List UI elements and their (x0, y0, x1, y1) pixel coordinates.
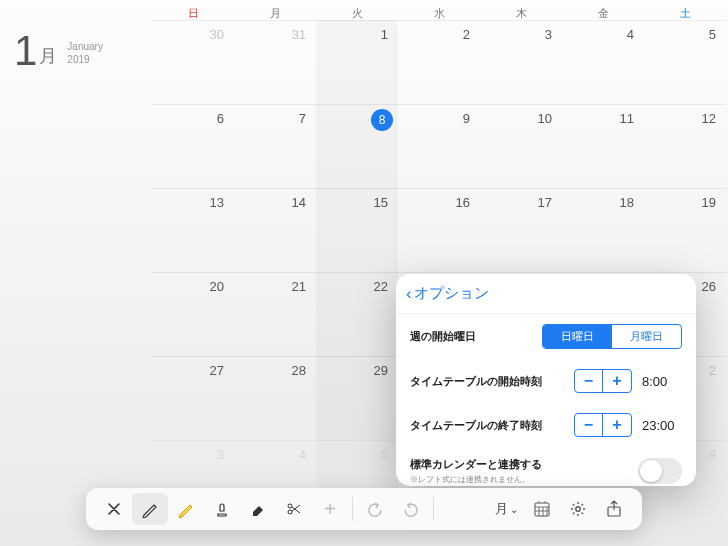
week-start-sunday[interactable]: 日曜日 (543, 325, 612, 348)
calendar-cell[interactable]: 28 (234, 356, 316, 440)
date-number: 9 (709, 447, 716, 462)
calendar-cell[interactable]: 11 (562, 104, 644, 188)
date-number: 26 (702, 279, 716, 294)
weekday-tue: 火 (316, 6, 398, 21)
settings-button[interactable] (560, 493, 596, 525)
calendar-cell[interactable]: 13 (152, 188, 234, 272)
view-mode-button[interactable]: 月 ⌄ (488, 493, 524, 525)
calendar-cell[interactable]: 3 (480, 20, 562, 104)
date-number: 27 (210, 363, 224, 378)
date-number: 10 (538, 111, 552, 126)
share-button[interactable] (596, 493, 632, 525)
month-year: 2019 (67, 53, 103, 66)
calendar-cell[interactable]: 16 (398, 188, 480, 272)
date-number: 4 (627, 27, 634, 42)
minus-icon[interactable]: − (575, 370, 603, 392)
back-chevron-icon[interactable]: ‹ (406, 284, 412, 304)
calendar-cell[interactable]: 4 (562, 20, 644, 104)
eraser-tool-button[interactable] (240, 493, 276, 525)
scissors-tool-button[interactable] (276, 493, 312, 525)
date-number: 19 (702, 195, 716, 210)
stamp-tool-button[interactable] (204, 493, 240, 525)
close-button[interactable] (96, 493, 132, 525)
chevron-down-icon: ⌄ (510, 504, 518, 515)
timetable-start-stepper[interactable]: − + (574, 369, 632, 393)
date-number: 18 (620, 195, 634, 210)
link-calendar-toggle[interactable] (638, 458, 682, 484)
weekday-sun: 日 (152, 6, 234, 21)
calendar-cell[interactable]: 27 (152, 356, 234, 440)
calendar-cell[interactable]: 31 (234, 20, 316, 104)
date-number: 1 (381, 27, 388, 42)
calendar-cell[interactable]: 30 (152, 20, 234, 104)
options-popover: ‹ オプション 週の開始曜日 日曜日 月曜日 タイムテーブルの開始時刻 − + … (396, 274, 696, 486)
calendar-cell[interactable]: 5 (644, 20, 726, 104)
svg-point-0 (288, 504, 292, 508)
calendar-cell[interactable]: 7 (234, 104, 316, 188)
calendar-cell[interactable]: 17 (480, 188, 562, 272)
calendar-cell[interactable]: 14 (234, 188, 316, 272)
calendar-cell[interactable]: 22 (316, 272, 398, 356)
date-number: 16 (456, 195, 470, 210)
plus-icon[interactable]: + (603, 414, 631, 436)
calendar-cell[interactable]: 2 (398, 20, 480, 104)
weekday-row: 日 月 火 水 木 金 土 (152, 6, 726, 21)
month-number: 1 (14, 30, 37, 72)
date-number: 6 (217, 111, 224, 126)
week-start-segment[interactable]: 日曜日 月曜日 (542, 324, 682, 349)
month-header: 1 月 January 2019 (14, 30, 103, 72)
undo-button[interactable] (357, 493, 393, 525)
calendar-cell[interactable]: 12 (644, 104, 726, 188)
date-number: 2 (709, 363, 716, 378)
pen-tool-button[interactable] (132, 493, 168, 525)
date-number: 2 (463, 27, 470, 42)
highlighter-tool-button[interactable] (168, 493, 204, 525)
minus-icon[interactable]: − (575, 414, 603, 436)
calendar-cell[interactable]: 10 (480, 104, 562, 188)
date-number: 20 (210, 279, 224, 294)
date-number: 21 (292, 279, 306, 294)
calendar-cell[interactable]: 6 (152, 104, 234, 188)
calendar-cell[interactable]: 18 (562, 188, 644, 272)
link-calendar-note: ※レフト式には連携されません。 (410, 474, 542, 485)
calendar-cell[interactable]: 15 (316, 188, 398, 272)
today-marker: 8 (371, 109, 393, 131)
weekday-thu: 木 (480, 6, 562, 21)
week-start-label: 週の開始曜日 (410, 329, 476, 344)
add-button[interactable]: + (312, 493, 348, 525)
view-mode-label: 月 (495, 500, 508, 518)
toolbar-divider (352, 497, 353, 521)
plus-icon[interactable]: + (603, 370, 631, 392)
calendar-cell[interactable]: 19 (644, 188, 726, 272)
date-number: 15 (374, 195, 388, 210)
week-start-monday[interactable]: 月曜日 (612, 325, 681, 348)
calendar-cell[interactable]: 9 (398, 104, 480, 188)
date-number: 3 (217, 447, 224, 462)
toolbar-divider (433, 497, 434, 521)
month-suffix: 月 (39, 44, 57, 68)
timetable-end-stepper[interactable]: − + (574, 413, 632, 437)
popover-title[interactable]: オプション (414, 284, 489, 303)
calendar-view-button[interactable] (524, 493, 560, 525)
date-number: 11 (620, 111, 634, 126)
weekday-sat: 土 (644, 6, 726, 21)
weekday-fri: 金 (562, 6, 644, 21)
calendar-cell[interactable]: 1 (316, 20, 398, 104)
date-number: 7 (299, 111, 306, 126)
calendar-cell[interactable]: 21 (234, 272, 316, 356)
weekday-wed: 水 (398, 6, 480, 21)
timetable-end-label: タイムテーブルの終了時刻 (410, 418, 542, 433)
date-number: 5 (381, 447, 388, 462)
month-english: January (67, 40, 103, 53)
date-number: 17 (538, 195, 552, 210)
date-number: 13 (210, 195, 224, 210)
date-number: 12 (702, 111, 716, 126)
svg-point-1 (288, 510, 292, 514)
date-number: 9 (463, 111, 470, 126)
redo-button[interactable] (393, 493, 429, 525)
calendar-cell[interactable]: 8 (316, 104, 398, 188)
calendar-app: { "month": { "number": "1", "suffix": "月… (0, 0, 728, 546)
calendar-cell[interactable]: 29 (316, 356, 398, 440)
timetable-start-value: 8:00 (642, 374, 682, 389)
calendar-cell[interactable]: 20 (152, 272, 234, 356)
